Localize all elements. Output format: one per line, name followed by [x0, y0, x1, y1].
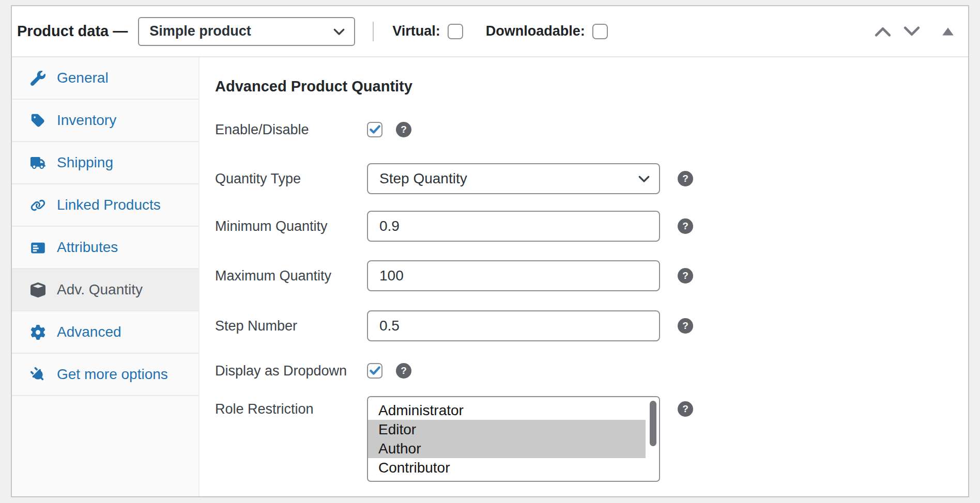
- field-label: Quantity Type: [215, 170, 367, 187]
- downloadable-checkbox[interactable]: [592, 24, 608, 39]
- enable-disable-row: Enable/Disable ?: [215, 121, 968, 138]
- chevron-down-icon: [331, 24, 347, 39]
- metabox-header: Product data — Simple product Virtual: D…: [12, 6, 968, 57]
- field-label: Maximum Quantity: [215, 267, 367, 285]
- panel-heading: Advanced Product Quantity: [215, 78, 968, 95]
- help-icon[interactable]: ?: [396, 122, 411, 137]
- step-number-input[interactable]: [367, 310, 660, 341]
- move-up-icon[interactable]: [874, 25, 892, 38]
- field-label: Step Number: [215, 317, 367, 335]
- virtual-label: Virtual:: [392, 23, 440, 39]
- adv-quantity-panel: Advanced Product Quantity Enable/Disable…: [200, 57, 968, 496]
- quantity-type-row: Quantity Type Step Quantity ?: [215, 163, 968, 194]
- field-label: Enable/Disable: [215, 121, 367, 138]
- display-as-dropdown-checkbox[interactable]: [367, 363, 382, 379]
- role-restriction-multiselect[interactable]: Administrator Editor Author Contributor: [367, 396, 660, 482]
- option-contributor[interactable]: Contributor: [368, 458, 646, 477]
- maximum-quantity-input[interactable]: [367, 260, 660, 291]
- tab-label: Shipping: [57, 154, 113, 171]
- enable-disable-checkbox[interactable]: [367, 122, 382, 137]
- scrollbar-thumb[interactable]: [650, 401, 656, 446]
- help-icon[interactable]: ?: [678, 318, 693, 334]
- option-author[interactable]: Author: [368, 439, 646, 458]
- field-label: Display as Dropdown: [215, 362, 367, 380]
- role-restriction-row: Role Restriction Administrator Editor Au…: [215, 396, 968, 482]
- tab-label: Adv. Quantity: [57, 281, 143, 298]
- collapse-toggle-icon[interactable]: [941, 26, 955, 37]
- plug-icon: [30, 367, 45, 382]
- field-label: Minimum Quantity: [215, 217, 367, 235]
- link-icon: [30, 198, 45, 213]
- wrench-icon: [30, 71, 45, 86]
- help-icon[interactable]: ?: [678, 171, 693, 186]
- gear-icon: [30, 325, 45, 340]
- tab-inventory[interactable]: Inventory: [12, 100, 198, 142]
- chevron-down-icon: [636, 171, 652, 186]
- product-data-tabs: General Inventory Shipping: [12, 57, 200, 496]
- product-type-select[interactable]: Simple product: [138, 17, 355, 46]
- tag-icon: [30, 113, 45, 128]
- tab-attributes[interactable]: Attributes: [12, 227, 198, 269]
- tab-label: Inventory: [57, 112, 116, 129]
- quantity-type-value: Step Quantity: [379, 170, 467, 187]
- tab-linked-products[interactable]: Linked Products: [12, 184, 198, 227]
- virtual-checkbox[interactable]: [448, 24, 463, 39]
- minimum-quantity-input[interactable]: [367, 211, 660, 242]
- help-icon[interactable]: ?: [678, 218, 693, 234]
- help-icon[interactable]: ?: [396, 363, 411, 379]
- truck-icon: [30, 155, 45, 170]
- product-type-value: Simple product: [149, 23, 251, 39]
- tab-label: Get more options: [57, 366, 168, 383]
- tab-label: Advanced: [57, 324, 121, 340]
- option-administrator[interactable]: Administrator: [368, 401, 646, 420]
- tab-get-more-options[interactable]: Get more options: [12, 354, 198, 396]
- card-icon: [30, 240, 45, 255]
- help-icon[interactable]: ?: [678, 268, 693, 284]
- display-as-dropdown-row: Display as Dropdown ?: [215, 362, 968, 380]
- help-icon[interactable]: ?: [678, 401, 693, 417]
- quantity-type-select[interactable]: Step Quantity: [367, 163, 660, 194]
- tab-label: Linked Products: [57, 197, 161, 213]
- tab-adv-quantity[interactable]: Adv. Quantity: [12, 269, 198, 311]
- option-editor[interactable]: Editor: [368, 420, 646, 439]
- step-number-row: Step Number ?: [215, 310, 968, 341]
- cube-icon: [30, 282, 45, 297]
- tab-shipping[interactable]: Shipping: [12, 142, 198, 184]
- tab-label: Attributes: [57, 239, 118, 256]
- maximum-quantity-row: Maximum Quantity ?: [215, 260, 968, 291]
- header-divider: [373, 22, 374, 41]
- tab-advanced[interactable]: Advanced: [12, 311, 198, 354]
- field-label: Role Restriction: [215, 400, 367, 418]
- tab-general[interactable]: General: [12, 57, 198, 100]
- page-title: Product data —: [17, 23, 128, 40]
- metabox-body: General Inventory Shipping: [12, 57, 968, 496]
- minimum-quantity-row: Minimum Quantity ?: [215, 211, 968, 242]
- product-data-metabox: Product data — Simple product Virtual: D…: [11, 5, 969, 497]
- tab-label: General: [57, 70, 109, 86]
- downloadable-label: Downloadable:: [486, 23, 585, 39]
- screen: Product data — Simple product Virtual: D…: [0, 0, 980, 503]
- move-down-icon[interactable]: [903, 25, 921, 38]
